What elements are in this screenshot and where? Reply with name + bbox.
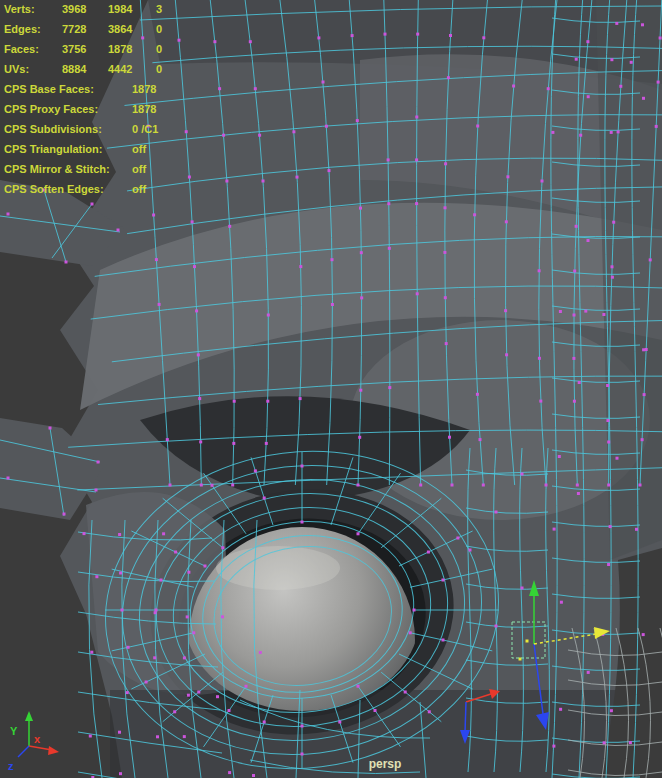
hud-value: 1878: [132, 83, 156, 95]
hud-row-edges: Edges: 7728 3864 0: [4, 23, 284, 43]
hud-row-cps-mirror-stitch: CPS Mirror & Stitch: off: [4, 163, 284, 183]
hud-value: 7728: [62, 23, 86, 35]
axis-z-label: z: [8, 760, 14, 772]
eyeball-highlight: [216, 546, 340, 590]
hud-label: CPS Subdivisions:: [4, 123, 102, 135]
hud-row-uvs: UVs: 8884 4442 0: [4, 63, 284, 83]
hud-value: 1878: [132, 103, 156, 115]
hud-label: Verts:: [4, 3, 35, 15]
hud-row-cps-subdivisions: CPS Subdivisions: 0 /C1: [4, 123, 284, 143]
hud-row-cps-proxy-faces: CPS Proxy Faces: 1878: [4, 103, 284, 123]
hud-value: 1878: [108, 43, 132, 55]
hud-value: 0: [156, 23, 162, 35]
hud-value: 8884: [62, 63, 86, 75]
hud-label: UVs:: [4, 63, 29, 75]
hud-value: 3864: [108, 23, 132, 35]
hud-label: CPS Mirror & Stitch:: [4, 163, 110, 175]
axis-x-line: [29, 746, 52, 750]
hud-label: CPS Base Faces:: [4, 83, 94, 95]
hud-value: off: [132, 163, 146, 175]
view-axis-gizmo: Y x z: [8, 711, 59, 772]
pivot-z-axis: [465, 702, 466, 732]
hud-row-faces: Faces: 3756 1878 0: [4, 43, 284, 63]
axis-z-line: [18, 746, 29, 757]
hud-value: 0: [156, 43, 162, 55]
axis-x-arrowhead: [48, 746, 59, 755]
hud-label: Edges:: [4, 23, 41, 35]
hud-row-cps-triangulation: CPS Triangulation: off: [4, 143, 284, 163]
axis-y-arrowhead: [25, 711, 33, 721]
hud-row-verts: Verts: 3968 1984 3: [4, 3, 284, 23]
hud-row-cps-soften-edges: CPS Soften Edges: off: [4, 183, 284, 203]
hud-label: CPS Soften Edges:: [4, 183, 104, 195]
hud-value: 1984: [108, 3, 132, 15]
hud-row-cps-base-faces: CPS Base Faces: 1878: [4, 83, 284, 103]
hud-value: 0: [156, 63, 162, 75]
hud-value: 4442: [108, 63, 132, 75]
hud-label: CPS Proxy Faces:: [4, 103, 98, 115]
hud-value: off: [132, 143, 146, 155]
hud-value: off: [132, 183, 146, 195]
hud-value: 0 /C1: [132, 123, 158, 135]
hud-value: 3: [156, 3, 162, 15]
maya-viewport[interactable]: Y x z persp Verts: 3968 1984 3 Edges: 77…: [0, 0, 662, 778]
hud-value: 3968: [62, 3, 86, 15]
hud-label: CPS Triangulation:: [4, 143, 102, 155]
axis-x-label: x: [34, 733, 41, 745]
camera-label: persp: [369, 757, 402, 771]
hud-stats: Verts: 3968 1984 3 Edges: 7728 3864 0 Fa…: [4, 3, 284, 203]
hud-value: 3756: [62, 43, 86, 55]
axis-y-label: Y: [10, 725, 18, 737]
hud-label: Faces:: [4, 43, 39, 55]
